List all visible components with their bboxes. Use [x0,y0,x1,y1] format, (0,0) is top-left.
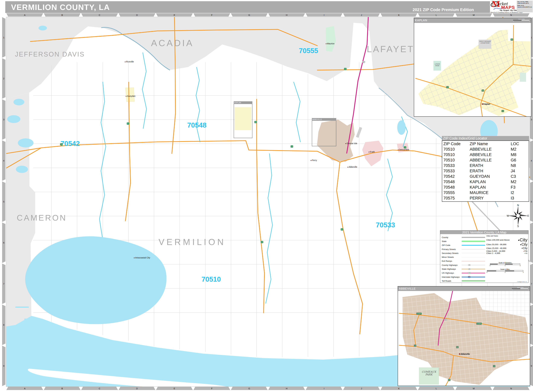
city-dot [134,257,135,258]
zip-index-row: 70555MAURICEI2 [443,190,529,195]
zip-index-cell: ABBEVILLE [470,157,511,163]
legend-city-row: Cities 1 - 4,999City [486,252,527,254]
legend-row-us-highways: US Highways123 [442,271,485,275]
legend-line-sample: 123 [462,267,485,271]
legend-line [462,277,485,277]
legend-city-dot [520,244,521,245]
zip-index-column-header: ZIP Name [470,141,511,147]
legend-shield-us: 123 [468,272,471,274]
legend-row-toll-roads: Toll Roads [442,279,485,283]
grid-column-K: K [381,13,417,17]
logo-brand: M arket MAPS On Target. On Time. America… [491,0,517,13]
zip-code-index: ZIP Code Index/Grid Locator ZIP CodeZIP … [442,136,529,202]
legend-line [462,269,485,269]
zip-label-70542: 70542 [61,140,80,148]
compass-s: S [517,225,519,228]
inset-indicator-label: ABBEVILLE [312,118,336,121]
legend-row-label: State Highways [442,268,462,270]
grid-column-A: A [6,13,43,17]
zip-index-row: 70575PERRYI3 [443,195,529,201]
abbeville-inset-header: ABBEVILLE Scale in Miles 01 [398,286,530,291]
legend-row-label: Toll Roads [442,280,462,282]
la-highway-shield-14: 14 [493,365,495,367]
zip-index-cell: M2 [511,147,529,152]
legend-line-sample [462,279,485,283]
grid-column-F: F [193,387,230,390]
logo-tagline: On Target. On Time. [500,9,519,11]
zip-label-70555: 70555 [299,47,318,55]
city-dot [347,167,348,168]
zip-index-cell: ABBEVILLE [470,147,511,152]
zip-index-row: 70533ERATHJ4 [443,168,529,174]
zip-index-row: 70533ERATHN8 [443,163,529,168]
la-highway-shield-14: 14 [446,86,449,88]
scale-tick: 0 [490,265,490,266]
legend-row-county: County [442,235,485,239]
grid-column-F: F [193,13,230,17]
county-label-vermilion: VERMILION [159,237,226,247]
grid-column-G: G [231,387,268,390]
legend-line [462,261,485,261]
legend-row-exit-ramps: Exit Ramps [442,259,485,263]
zip-label-70548: 70548 [187,121,207,129]
abbeville-inset-labels: COMEAUX PARKAbbeville14 BYP16714 BYP1482… [398,291,530,386]
grid-column-J: J [343,13,380,17]
zip-index-row: 70510ABBEVILLEG6 [443,157,529,163]
grid-column-L: L [418,387,455,390]
legend-row-label: County Highways [442,264,462,266]
grid-column-J: J [343,387,380,390]
legend-title: 2021 Vermilion County, LA Map [440,231,528,234]
contact-line: 1-888-434-MAPS (6277) [517,3,532,4]
city-dot [398,149,399,150]
legend-row-label: Exit Ramps [442,260,462,262]
legend-city-label: Cities 50,000 - 99,999 [486,243,506,246]
zip-index-cell: 70548 [443,179,470,185]
legend-shield-interstate: 123 [468,276,470,278]
grid-row-4: 4 [2,140,5,181]
zip-index-cell: 70555 [443,190,470,195]
grid-column-I: I [306,387,342,390]
compass-rose: N E S W [506,204,530,228]
legend-line [462,280,485,281]
legend-row-label: ZIP Code [442,244,462,246]
zip-index-cell: 70575 [443,195,470,201]
grid-column-B: B [44,13,80,17]
legend-line-sample [462,247,485,251]
la-highway-shield-35: 35 [261,241,263,243]
legend-line [462,273,485,273]
city-dot [125,61,126,62]
compass-e: E [527,215,529,217]
zip-index-cell: 70510 [443,152,470,157]
grid-row-2: 2 [2,58,5,99]
zip-index-cell: F3 [511,185,529,190]
zip-index-cell: 70533 [443,168,470,174]
legend-row-label: Interstate Highways [442,276,462,278]
zip-index-table: ZIP CodeZIP NameLOC70510ABBEVILLEM270510… [443,141,529,201]
kaplan-inset-header: KAPLAN Scale in Miles 01 [414,18,531,23]
la-highway-shield-14: 14 [404,146,406,148]
zip-index-cell: PERRY [470,195,511,201]
grid-column-C: C [81,387,118,390]
zip-index-cell: G6 [511,157,529,163]
legend-row-label: State [442,240,462,243]
grid-column-L: L [418,13,455,17]
zip-index-cell: M2 [511,179,529,185]
zip-index-row: 70510ABBEVILLEM8 [443,152,529,157]
city-name: Abbeville [349,166,357,168]
grid-row-4: 4 [530,140,533,181]
legend-city-label: Cities 5,000 - 24,999 [486,250,505,252]
city-name: Perry [312,159,317,161]
city-label-perry: Perry [311,159,317,161]
scale-km-label: Scale in Kilometers [490,262,520,264]
city-name: Gueydan [127,95,136,97]
scale-tick: 4 [520,265,520,266]
zip-index-cell: ABBEVILLE [470,152,511,157]
comeaux-park-label: COMEAUX PARK [420,371,439,376]
us-highway-shield-167: 167 [362,61,365,63]
kaplan-inset-title: KAPLAN [415,19,427,22]
grid-row-7: 7 [530,264,533,304]
contact-line: CALL US TOLL FREE! [517,1,532,3]
la-highway-shield-82: 82 [456,346,458,348]
scale-label: Scale in Miles [513,19,530,20]
city-dot [368,152,369,152]
